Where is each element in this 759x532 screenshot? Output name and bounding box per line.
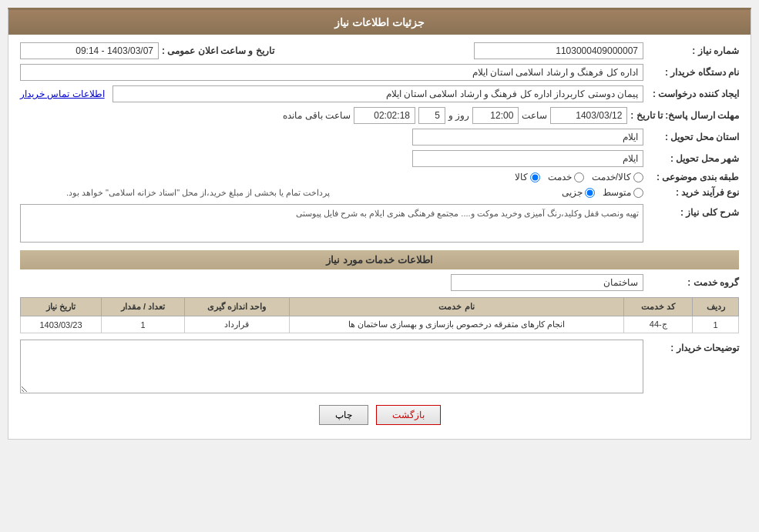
service-group-value: ساختمان <box>451 274 643 291</box>
service-group-row: گروه خدمت : ساختمان <box>20 274 739 291</box>
radio-medium[interactable] <box>633 188 643 198</box>
label-buyer-notes: توضیحات خریدار : <box>646 340 739 353</box>
city-row: شهر محل تحویل : ایلام <box>20 150 739 167</box>
deadline-days-label: روز و <box>448 110 469 121</box>
label-goods: کالا <box>515 172 528 182</box>
label-deadline: مهلت ارسال پاسخ: تا تاریخ : <box>630 110 739 121</box>
label-service: خدمت <box>548 172 572 182</box>
label-small: جزیی <box>562 187 583 198</box>
buyer-org-row: نام دستگاه خریدار : اداره کل فرهنگ و ارش… <box>20 64 739 81</box>
cell-quantity: 1 <box>102 316 185 333</box>
creator-value: پیمان دوستی کاربرداز اداره کل فرهنگ و ار… <box>113 85 643 102</box>
creator-row: ایجاد کننده درخواست : پیمان دوستی کاربرد… <box>20 85 739 102</box>
need-description-value: تهیه ونصب قفل وکلید،رنگ آمیزی وخرید موکت… <box>20 204 643 243</box>
panel-title: جزئیات اطلاعات نیاز <box>334 16 425 28</box>
radio-goods-service[interactable] <box>633 172 643 182</box>
purchase-type-row: نوع فرآیند خرید : متوسط جزیی پرداخت تمام… <box>20 187 739 198</box>
label-goods-service: کالا/خدمت <box>592 172 631 182</box>
purchase-type-small[interactable]: جزیی <box>562 187 595 198</box>
label-creator: ایجاد کننده درخواست : <box>646 89 739 99</box>
buyer-notes-wrapper <box>20 340 643 396</box>
radio-service[interactable] <box>574 172 584 182</box>
public-announce-value: 1403/03/07 - 09:14 <box>20 42 159 59</box>
buyer-org-value: اداره کل فرهنگ و ارشاد اسلامی استان ایلا… <box>20 64 643 81</box>
cell-date: 1403/03/23 <box>21 316 102 333</box>
cell-row_num: 1 <box>693 316 739 333</box>
print-button[interactable]: چاپ <box>319 405 368 425</box>
col-date: تاریخ نیاز <box>21 298 102 316</box>
col-service-code: کد خدمت <box>624 298 693 316</box>
need-description-row: شرح کلی نیاز : تهیه ونصب قفل وکلید،رنگ آ… <box>20 204 739 243</box>
remaining-label: ساعت باقی مانده <box>283 110 351 121</box>
col-unit: واحد اندازه گیری <box>185 298 290 316</box>
col-row-num: ردیف <box>693 298 739 316</box>
category-option-service[interactable]: خدمت <box>548 172 584 182</box>
col-quantity: تعداد / مقدار <box>102 298 185 316</box>
city-value: ایلام <box>412 150 643 167</box>
panel-body: شماره نیاز : 1103000409000007 تاریخ و سا… <box>8 35 751 439</box>
services-section-header: اطلاعات خدمات مورد نیاز <box>20 250 739 269</box>
purchase-type-medium[interactable]: متوسط <box>603 187 643 198</box>
page-wrapper: جزئیات اطلاعات نیاز شماره نیاز : 1103000… <box>0 0 759 532</box>
category-row: طبقه بندی موضوعی : کالا/خدمت خدمت کالا <box>20 172 739 182</box>
label-service-group: گروه خدمت : <box>646 277 739 288</box>
cell-unit: قرارداد <box>185 316 290 333</box>
radio-goods[interactable] <box>530 172 540 182</box>
label-public-announce: تاریخ و ساعت اعلان عمومی : <box>162 45 274 56</box>
services-table-container: ردیف کد خدمت نام خدمت واحد اندازه گیری ت… <box>20 297 739 333</box>
cell-service_name: انجام کارهای متفرقه درخصوص بازسازی و بهس… <box>289 316 624 333</box>
need-number-row: شماره نیاز : 1103000409000007 تاریخ و سا… <box>20 42 739 59</box>
table-row: 1ج-44انجام کارهای متفرقه درخصوص بازسازی … <box>21 316 739 333</box>
label-category: طبقه بندی موضوعی : <box>646 172 739 182</box>
label-medium: متوسط <box>603 187 631 198</box>
buyer-notes-textarea[interactable] <box>20 340 643 393</box>
contact-link[interactable]: اطلاعات تماس خریدار <box>20 89 105 99</box>
back-button[interactable]: بازگشت <box>376 405 441 425</box>
panel-header: جزئیات اطلاعات نیاز <box>8 10 751 35</box>
province-row: استان محل تحویل : ایلام <box>20 129 739 146</box>
buyer-notes-row: توضیحات خریدار : <box>20 340 739 396</box>
deadline-time: 12:00 <box>472 107 519 124</box>
main-panel: جزئیات اطلاعات نیاز شماره نیاز : 1103000… <box>8 8 751 440</box>
deadline-time-label: ساعت <box>522 110 547 121</box>
table-header-row: ردیف کد خدمت نام خدمت واحد اندازه گیری ت… <box>21 298 739 316</box>
category-option-goods-service[interactable]: کالا/خدمت <box>592 172 643 182</box>
deadline-date: 1403/03/12 <box>550 107 627 124</box>
category-option-goods[interactable]: کالا <box>515 172 540 182</box>
radio-small[interactable] <box>585 188 595 198</box>
need-number-value: 1103000409000007 <box>474 42 643 59</box>
purchase-type-radio-group: متوسط جزیی <box>334 187 644 198</box>
purchase-type-note: پرداخت تمام یا بخشی از مبلغ خرید،از محل … <box>20 188 331 198</box>
cell-service_code: ج-44 <box>624 316 693 333</box>
services-table: ردیف کد خدمت نام خدمت واحد اندازه گیری ت… <box>20 297 739 333</box>
remaining-time: 02:02:18 <box>354 107 415 124</box>
need-description-wrapper: تهیه ونصب قفل وکلید،رنگ آمیزی وخرید موکت… <box>20 204 643 243</box>
label-buyer-org: نام دستگاه خریدار : <box>646 67 739 78</box>
province-value: ایلام <box>412 129 643 146</box>
label-need-description: شرح کلی نیاز : <box>646 204 739 218</box>
label-province: استان محل تحویل : <box>646 132 739 142</box>
button-row: بازگشت چاپ <box>20 405 739 425</box>
label-purchase-type: نوع فرآیند خرید : <box>646 187 739 198</box>
label-need-number: شماره نیاز : <box>646 45 739 56</box>
category-radio-group: کالا/خدمت خدمت کالا <box>20 172 643 182</box>
label-city: شهر محل تحویل : <box>646 153 739 164</box>
deadline-row: مهلت ارسال پاسخ: تا تاریخ : 1403/03/12 س… <box>20 107 739 124</box>
col-service-name: نام خدمت <box>289 298 624 316</box>
deadline-days: 5 <box>418 107 445 124</box>
